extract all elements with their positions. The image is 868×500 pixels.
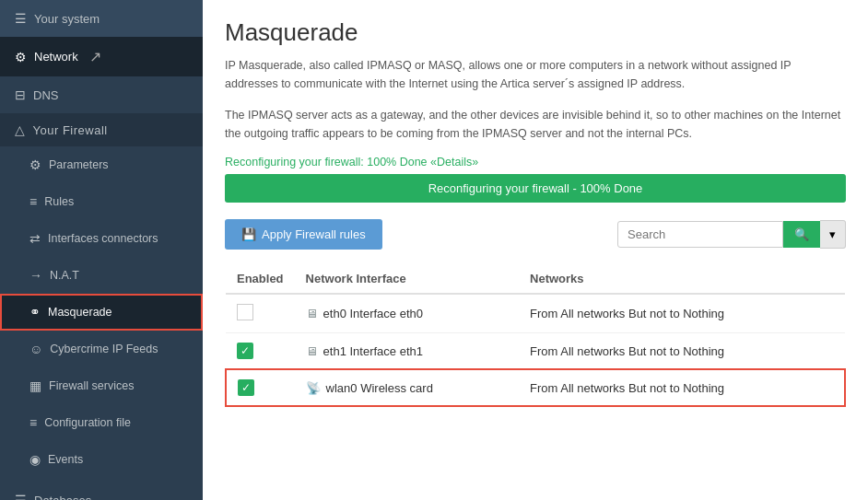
sidebar-section-your-firewall: △ Your Firewall <box>0 113 203 146</box>
databases-icon: ☰ <box>15 493 27 500</box>
sidebar-section-label: Your Firewall <box>33 123 108 137</box>
sidebar-item-dns[interactable]: ⊟ DNS <box>0 76 203 113</box>
table-row: 🖥 eth0 Interface eth0 From All networks … <box>226 294 845 333</box>
eth0-label: eth0 Interface eth0 <box>323 307 423 320</box>
sidebar-item-label: Parameters <box>49 158 109 171</box>
sidebar-item-label: Network <box>34 50 78 64</box>
row-interface-cell: 🖥 eth1 Interface eth1 <box>295 333 519 370</box>
row-interface-cell: 🖥 eth0 Interface eth0 <box>295 294 519 333</box>
sidebar-item-interfaces-connectors[interactable]: ⇄ Interfaces connectors <box>0 220 203 257</box>
sidebar-item-label: N.A.T <box>50 269 79 282</box>
reconfig-details-link[interactable]: «Details» <box>430 156 478 169</box>
events-icon: ◉ <box>29 452 41 467</box>
sidebar-item-label: Your system <box>34 12 100 26</box>
col-enabled: Enabled <box>226 264 295 294</box>
row-networks-cell: From All networks But not to Nothing <box>519 333 845 370</box>
row-networks-cell: From All networks But not to Nothing <box>519 369 845 406</box>
eth1-icon: 🖥 <box>306 344 318 358</box>
sidebar-item-network[interactable]: ⚙ Network ↗ <box>0 37 203 76</box>
masquerade-table: Enabled Network Interface Networks 🖥 eth… <box>225 264 846 407</box>
firewall-section-icon: △ <box>15 122 26 137</box>
config-file-icon: ≡ <box>29 415 37 430</box>
your-system-icon: ☰ <box>15 11 27 26</box>
sidebar-item-label: Configuration file <box>44 416 131 429</box>
save-icon: 💾 <box>241 227 256 241</box>
progress-bar: Reconfiguring your firewall - 100% Done <box>225 174 846 203</box>
sidebar-item-label: Databases <box>34 494 91 501</box>
search-icon: 🔍 <box>794 227 809 241</box>
sidebar-item-parameters[interactable]: ⚙ Parameters <box>0 146 203 183</box>
rules-icon: ≡ <box>29 194 37 209</box>
sidebar-item-label: Events <box>48 453 83 466</box>
table-row: ✓ 🖥 eth1 Interface eth1 From All network… <box>226 333 845 370</box>
checkbox-checked[interactable]: ✓ <box>237 343 253 359</box>
parameters-icon: ⚙ <box>29 157 41 172</box>
dns-icon: ⊟ <box>15 87 26 102</box>
nat-icon: → <box>29 268 42 283</box>
row-enabled-cell[interactable]: ✓ <box>226 333 295 370</box>
cybercrime-icon: ☺ <box>29 342 42 356</box>
sidebar-item-nat[interactable]: → N.A.T <box>0 257 203 294</box>
col-networks: Networks <box>519 264 845 294</box>
sidebar-item-label: Cybercrime IP Feeds <box>50 343 158 355</box>
sidebar-item-firewall-services[interactable]: ▦ Firewall services <box>0 367 203 404</box>
sidebar: ☰ Your system ⚙ Network ↗ ⊟ DNS △ Your F… <box>0 0 203 500</box>
description-line2: The IPMASQ server acts as a gateway, and… <box>225 106 846 143</box>
eth0-icon: 🖥 <box>306 307 318 320</box>
sidebar-item-configuration-file[interactable]: ≡ Configuration file <box>0 404 203 441</box>
network-icon: ⚙ <box>15 50 27 64</box>
wlan0-label: wlan0 Wireless card <box>326 381 433 395</box>
sidebar-item-rules[interactable]: ≡ Rules <box>0 183 203 220</box>
row-enabled-cell[interactable]: ✓ <box>226 369 295 406</box>
sidebar-item-label: Masquerade <box>48 306 112 319</box>
interfaces-icon: ⇄ <box>29 231 41 246</box>
masquerade-icon: ⚭ <box>29 305 41 320</box>
page-title: Masquerade <box>225 18 846 47</box>
toolbar: 💾 Apply Firewall rules 🔍 ▾ <box>225 219 846 250</box>
wlan0-icon: 📡 <box>306 381 321 395</box>
sidebar-item-masquerade[interactable]: ⚭ Masquerade <box>0 294 203 331</box>
row-interface-cell: 📡 wlan0 Wireless card <box>295 369 519 406</box>
sidebar-item-cybercrime-ip-feeds[interactable]: ☺ Cybercrime IP Feeds <box>0 331 203 367</box>
sidebar-item-events[interactable]: ◉ Events <box>0 441 203 478</box>
row-networks-cell: From All networks But not to Nothing <box>519 294 845 333</box>
col-network-interface: Network Interface <box>295 264 519 294</box>
cursor-indicator: ↗ <box>89 48 101 65</box>
search-container: 🔍 ▾ <box>617 220 846 249</box>
search-button[interactable]: 🔍 <box>783 221 820 248</box>
sidebar-item-label: Interfaces connectors <box>48 232 158 245</box>
eth1-label: eth1 Interface eth1 <box>323 344 423 358</box>
sidebar-item-your-system[interactable]: ☰ Your system <box>0 0 203 37</box>
description-line1: IP Masquerade, also called IPMASQ or MAS… <box>225 56 846 93</box>
main-content: Masquerade IP Masquerade, also called IP… <box>203 0 868 500</box>
reconfig-status-text: Reconfiguring your firewall: 100% Done «… <box>225 156 846 169</box>
checkbox-checked[interactable]: ✓ <box>238 379 254 396</box>
sidebar-item-label: Rules <box>44 195 74 208</box>
row-enabled-cell[interactable] <box>226 294 295 333</box>
table-row-highlighted: ✓ 📡 wlan0 Wireless card From All network… <box>226 369 845 406</box>
apply-firewall-rules-button[interactable]: 💾 Apply Firewall rules <box>225 219 382 250</box>
firewall-services-icon: ▦ <box>29 378 41 393</box>
checkbox-unchecked[interactable] <box>237 304 253 320</box>
sidebar-item-label: Firewall services <box>49 379 134 392</box>
search-dropdown-button[interactable]: ▾ <box>820 220 846 249</box>
chevron-down-icon: ▾ <box>829 227 836 241</box>
sidebar-item-label: DNS <box>33 88 58 102</box>
search-input[interactable] <box>617 221 783 248</box>
sidebar-item-databases[interactable]: ☰ Databases <box>0 482 203 500</box>
